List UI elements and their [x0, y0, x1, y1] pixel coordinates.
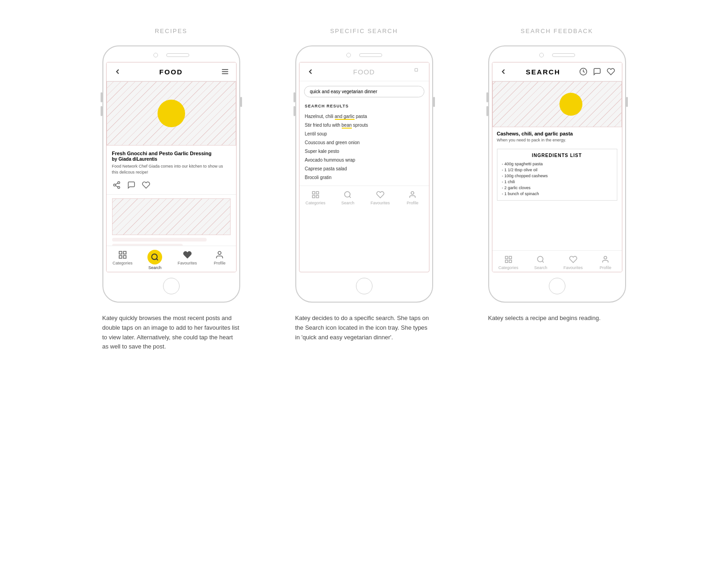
svg-point-30: [604, 256, 607, 259]
ingredient-4: - 2 garlic cloves: [502, 185, 612, 191]
search-result-5[interactable]: Avocado hummous wrap: [305, 156, 423, 164]
person-nav-icon-3: [600, 254, 610, 264]
result-text-0b: pasta: [355, 114, 367, 119]
nav-categories[interactable]: Categories: [107, 246, 139, 272]
nav-profile[interactable]: Profile: [203, 246, 236, 272]
search-result-1[interactable]: Stir fried tofu with bean sprouts: [305, 121, 423, 129]
nav-search-3[interactable]: Search: [525, 251, 557, 272]
app-title-feedback: SEARCH: [509, 68, 578, 76]
back-button[interactable]: [112, 66, 123, 77]
ingredient-2: - 100g chopped cashews: [502, 173, 612, 179]
share-icon[interactable]: [112, 180, 121, 190]
nav-categories-2[interactable]: Categories: [299, 186, 332, 207]
search-result-7[interactable]: Brocoli gratin: [305, 173, 423, 182]
search-results: SEARCH RESULTS Hazelnut, chili and garli…: [299, 100, 429, 185]
recipe-desc: Food Network Chef Giada comes into our k…: [112, 163, 231, 175]
nav-categories-3[interactable]: Categories: [492, 251, 525, 272]
svg-rect-16: [312, 191, 315, 194]
home-button-2[interactable]: [356, 278, 372, 294]
volume-up-btn: [101, 92, 102, 102]
svg-rect-11: [123, 256, 126, 259]
back-button-2[interactable]: [305, 66, 316, 77]
svg-point-28: [538, 256, 543, 262]
phone-recipes: FOOD: [102, 45, 240, 303]
nav-search-2[interactable]: Search: [332, 186, 364, 207]
second-image: [112, 198, 231, 235]
scenarios-row: RECIPES FOOD: [18, 28, 710, 352]
svg-rect-19: [316, 196, 318, 198]
volume-down-btn: [101, 106, 102, 116]
svg-point-3: [118, 182, 120, 184]
svg-rect-27: [509, 260, 511, 263]
phone-camera: [153, 53, 158, 57]
heart-header-icon[interactable]: [605, 66, 616, 77]
search-active-circle: [147, 250, 162, 264]
nav-label-profile-3: Profile: [599, 265, 611, 270]
search-header-icon[interactable]: [412, 66, 423, 77]
svg-rect-24: [505, 256, 508, 259]
svg-point-20: [345, 191, 350, 197]
nav-profile-2[interactable]: Profile: [396, 186, 429, 207]
home-button-3[interactable]: [549, 278, 565, 294]
power-btn-2: [433, 97, 435, 107]
nav-label-search-2: Search: [341, 201, 355, 205]
second-image-bg: [113, 199, 230, 235]
search-result-3[interactable]: Couscous and green onion: [305, 138, 423, 147]
search-result-0[interactable]: Hazelnut, chili and garlic pasta: [305, 112, 423, 121]
home-button-1[interactable]: [163, 278, 180, 294]
nav-label-categories-2: Categories: [305, 201, 326, 205]
phone-feedback: SEARCH: [488, 45, 626, 303]
search-result-2[interactable]: Lentil soup: [305, 129, 423, 138]
bottom-nav-feedback: Categories Search: [492, 250, 622, 272]
placeholder-row-2: [112, 244, 183, 246]
nav-favourites[interactable]: Favourites: [171, 246, 204, 272]
clock-icon[interactable]: [578, 66, 589, 77]
svg-point-22: [411, 191, 414, 194]
phone-bottom-bar-1: [103, 272, 239, 302]
nav-favourites-3[interactable]: Favourites: [557, 251, 590, 272]
nav-label-favourites-2: Favourites: [371, 201, 390, 205]
comment-icon[interactable]: [127, 180, 136, 190]
search-input[interactable]: [304, 86, 424, 97]
power-btn-3: [626, 97, 628, 107]
svg-rect-8: [119, 252, 122, 254]
scenario-desc-feedback: Katey selects a recipe and begins readin…: [488, 314, 626, 323]
phone-screen-search: FOOD SEARCH RESULTS Hazelnut, chili: [299, 62, 429, 272]
nav-label-favourites-3: Favourites: [564, 265, 583, 270]
favourite-icon[interactable]: [141, 180, 151, 190]
scenario-specific-search: SPECIFIC SEARCH FOOD: [286, 28, 442, 342]
nav-profile-3[interactable]: Profile: [589, 251, 622, 272]
app-header-recipes: FOOD: [107, 62, 236, 81]
phone-top-bar-2: [296, 46, 432, 62]
result-text-1b: sprouts: [352, 123, 368, 128]
search-result-4[interactable]: Super kale pesto: [305, 147, 423, 156]
svg-rect-15: [415, 68, 418, 71]
scenario-title-recipes: RECIPES: [155, 28, 187, 34]
phone-screen-feedback: SEARCH: [492, 62, 622, 272]
search-input-area: [299, 81, 429, 100]
scenario-desc-recipes: Katey quickly browses the most recent po…: [102, 314, 240, 352]
phone-bottom-bar-2: [296, 272, 432, 302]
heart-nav-icon: [182, 250, 192, 260]
back-button-3[interactable]: [498, 66, 509, 77]
svg-line-13: [157, 259, 158, 260]
svg-rect-10: [119, 256, 122, 259]
grid-icon-2: [310, 190, 321, 200]
heart-nav-icon-2: [375, 190, 385, 200]
scenario-title-search: SPECIFIC SEARCH: [330, 28, 398, 34]
svg-line-7: [115, 183, 118, 185]
menu-button[interactable]: [220, 66, 231, 77]
nav-favourites-2[interactable]: Favourites: [364, 186, 397, 207]
search-result-6[interactable]: Caprese pasta salad: [305, 164, 423, 173]
svg-rect-25: [509, 256, 511, 259]
nav-label-favourites: Favourites: [178, 261, 197, 265]
svg-line-29: [542, 261, 544, 262]
nav-search[interactable]: Search: [139, 246, 171, 272]
nav-label-search-3: Search: [534, 265, 547, 270]
result-text-1a: Stir fried tofu with: [305, 123, 342, 128]
comment-header-icon[interactable]: [592, 66, 603, 77]
svg-point-4: [113, 184, 116, 186]
phone-camera-2: [346, 53, 351, 57]
detail-recipe-desc: When you need to pack in the energy.: [497, 138, 617, 142]
phone-search: FOOD SEARCH RESULTS Hazelnut, chili: [295, 45, 433, 303]
